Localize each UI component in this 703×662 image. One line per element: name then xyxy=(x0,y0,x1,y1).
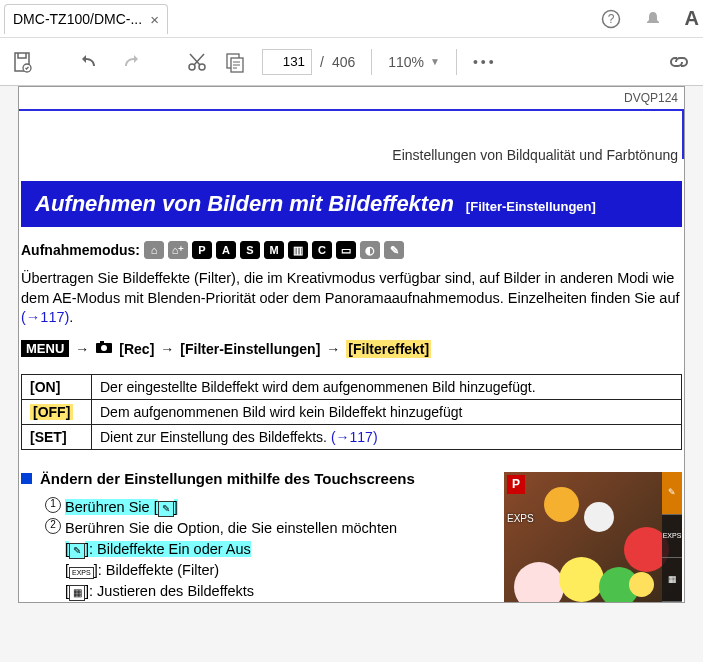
mode-badge: P xyxy=(507,475,525,494)
adjust-icon: ▦ xyxy=(69,585,85,602)
xref-link[interactable]: (→117) xyxy=(331,429,378,445)
settings-table: [ON]Der eingestellte Bildeffekt wird dem… xyxy=(21,374,682,450)
step-number-icon: 2 xyxy=(45,518,61,534)
mode-icon: C xyxy=(312,241,332,259)
section-header: Aufnehmen von Bildern mit Bildeffekten [… xyxy=(21,181,682,227)
cut-icon[interactable] xyxy=(186,51,208,73)
mode-icon: ✎ xyxy=(384,241,404,259)
step-number-icon: 1 xyxy=(45,497,61,513)
preview-thumbnail: P EXPS ✎ EXPS ▦ xyxy=(504,472,682,602)
side-btn: EXPS xyxy=(662,515,682,558)
menu-filter-effect: [Filtereffekt] xyxy=(346,340,431,358)
page-number-input[interactable] xyxy=(262,49,312,75)
undo-icon[interactable] xyxy=(78,50,102,74)
help-icon[interactable]: ? xyxy=(601,9,621,29)
table-row: [ON]Der eingestellte Bildeffekt wird dem… xyxy=(22,374,682,399)
document-tab[interactable]: DMC-TZ100/DMC-... × xyxy=(4,4,168,34)
zoom-dropdown[interactable]: 110% ▼ xyxy=(388,54,440,70)
chevron-down-icon: ▼ xyxy=(430,56,440,67)
mode-icon: A xyxy=(216,241,236,259)
mode-icon: ▥ xyxy=(288,241,308,259)
page-sep: / xyxy=(320,54,324,70)
close-icon[interactable]: × xyxy=(150,11,159,28)
doc-code: DVQP124 xyxy=(624,91,678,105)
steps-list: 1 Berühren Sie [✎] 2 Berühren Sie die Op… xyxy=(21,497,682,602)
mode-icon: M xyxy=(264,241,284,259)
mode-icon: ▭ xyxy=(336,241,356,259)
mode-icon: S xyxy=(240,241,260,259)
menu-rec: [Rec] xyxy=(119,341,154,357)
zoom-value: 110% xyxy=(388,54,424,70)
account-icon[interactable]: A xyxy=(685,7,699,30)
toolbar: / 406 110% ▼ ••• xyxy=(0,38,703,86)
mode-icon: ◐ xyxy=(360,241,380,259)
side-btn: ▦ xyxy=(662,558,682,601)
notification-icon[interactable] xyxy=(643,9,663,29)
breadcrumb: Einstellungen von Bildqualität und Farbt… xyxy=(392,147,678,163)
table-row: [SET]Dient zur Einstellung des Bildeffek… xyxy=(22,424,682,449)
intro-text: Übertragen Sie Bildeffekte (Filter), die… xyxy=(21,263,682,334)
copy-icon[interactable] xyxy=(224,51,246,73)
xref-link[interactable]: (→117) xyxy=(21,309,69,325)
menu-path: MENU → [Rec] → [Filter-Einstellungen] → … xyxy=(21,334,682,368)
modes-label: Aufnahmemodus: xyxy=(21,242,140,258)
side-btn: ✎ xyxy=(662,472,682,515)
effect-icon: ✎ xyxy=(69,543,85,560)
menu-filter-settings: [Filter-Einstellungen] xyxy=(180,341,320,357)
square-bullet-icon xyxy=(21,473,32,484)
more-icon[interactable]: ••• xyxy=(473,54,497,70)
mode-icon: ⌂⁺ xyxy=(168,241,188,259)
mode-icon: P xyxy=(192,241,212,259)
page-total: 406 xyxy=(332,54,355,70)
exps-label: EXPS xyxy=(507,512,534,527)
modes-row: Aufnahmemodus: ⌂ ⌂⁺ P A S M ▥ C ▭ ◐ ✎ xyxy=(21,237,682,263)
table-row: [OFF]Dem aufgenommenen Bild wird kein Bi… xyxy=(22,399,682,424)
mode-icon: ⌂ xyxy=(144,241,164,259)
page-title: Aufnehmen von Bildern mit Bildeffekten xyxy=(35,191,454,217)
redo-icon[interactable] xyxy=(118,50,142,74)
save-icon[interactable] xyxy=(12,51,34,73)
tab-title: DMC-TZ100/DMC-... xyxy=(13,11,142,27)
svg-rect-10 xyxy=(100,341,104,344)
link-icon[interactable] xyxy=(667,50,691,74)
filter-icon: ✎ xyxy=(158,501,174,518)
menu-badge: MENU xyxy=(21,340,69,357)
svg-text:?: ? xyxy=(607,12,614,26)
svg-point-9 xyxy=(101,345,107,351)
page-subtitle: [Filter-Einstellungen] xyxy=(466,199,596,214)
exps-icon: EXPS xyxy=(69,567,94,579)
camera-icon xyxy=(95,340,113,357)
